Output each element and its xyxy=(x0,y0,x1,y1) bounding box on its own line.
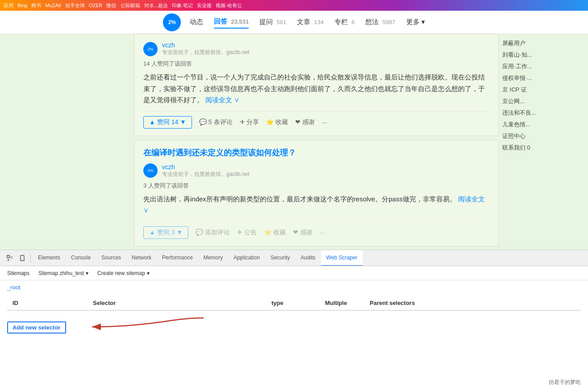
browser-bookmarks-bar: 应用 Bing 商书 MuZAlt 知乎全球 OZER 微信 公际邮箱 对水..… xyxy=(0,0,588,11)
answer-text-2: 先出语法树，再index所有声明的新类型的位置，最后才来做这个名字的resolv… xyxy=(143,193,489,216)
username-1[interactable]: vczh xyxy=(162,42,249,49)
read-more-1[interactable]: 阅读全文 ∨ xyxy=(204,96,239,104)
scraper-sub-bar: Sitemaps Sitemap zhihu_test ▾ Create new… xyxy=(0,266,588,280)
tab-security[interactable]: Security xyxy=(265,250,295,266)
avatar-2: 2% xyxy=(143,163,158,178)
tab-web-scraper[interactable]: Web Scraper xyxy=(321,250,363,266)
arrow-annotation xyxy=(83,313,208,336)
user-detail-1: vczh 专业造轮子，拉黑抢前排。gaclib.net xyxy=(162,42,249,56)
thanks-btn-1[interactable]: ❤ 感谢 xyxy=(295,118,315,126)
upvote-btn-1[interactable]: ▲ 赞同 14 ▼ xyxy=(143,116,192,129)
tab-audits[interactable]: Audits xyxy=(295,250,321,266)
thanks-btn-2[interactable]: ❤ 感谢 xyxy=(293,229,313,237)
comment-btn-2[interactable]: 💬 添加评论 xyxy=(196,229,230,237)
nav-item-xiangfa[interactable]: 想法 5987 xyxy=(365,16,395,28)
scraper-content: _root ID Selector type Multiple Parent s… xyxy=(0,280,588,388)
praise-count-2: 3 人赞同了该回答 xyxy=(143,182,489,190)
main-feed: 2% vczh 专业造轮子，拉黑抢前排。gaclib.net 14 人赞同了该回… xyxy=(134,34,499,259)
col-header-id: ID xyxy=(7,296,88,310)
devtools-tabs: Elements Console Sources Network Perform… xyxy=(0,250,588,266)
praise-count-1: 14 人赞同了该回答 xyxy=(143,60,489,68)
nav-item-tiwen[interactable]: 提问 561 xyxy=(259,16,286,28)
scraper-tab-sitemaps[interactable]: Sitemaps xyxy=(4,267,33,280)
scraper-dropdown-sitemap[interactable]: Sitemap zhihu_test ▾ xyxy=(35,267,92,280)
col-header-multiple: Multiple xyxy=(320,296,364,310)
add-selector-container: Add new selector xyxy=(7,318,581,334)
tab-performance[interactable]: Performance xyxy=(157,250,198,266)
dropdown-arrow-1: ▾ xyxy=(86,270,88,276)
more-btn-2[interactable]: ··· xyxy=(320,229,325,236)
mobile-icon[interactable] xyxy=(16,252,29,264)
selector-table: ID Selector type Multiple Parent selecto… xyxy=(7,296,581,311)
vote-bar-2: ▲ 赞同 3 ▼ 💬 添加评论 ✈ 公告 ⭐ 收藏 ❤ 感谢 ··· xyxy=(143,221,489,239)
bookmarks-text: 应用 Bing 商书 MuZAlt 知乎全球 OZER 微信 公际邮箱 对水..… xyxy=(4,2,242,9)
nav-item-dongtai[interactable]: 动态 xyxy=(190,16,203,28)
tab-elements[interactable]: Elements xyxy=(33,250,66,266)
sidebar-link-child[interactable]: 儿童色情... xyxy=(502,119,584,130)
sidebar-link-illegal[interactable]: 违法和不良... xyxy=(502,107,584,119)
devtools-panel: Elements Console Sources Network Perform… xyxy=(0,250,588,388)
more-btn-1[interactable]: ··· xyxy=(322,119,327,126)
avatar-1: 2% xyxy=(143,42,158,56)
inspector-icon[interactable] xyxy=(4,252,16,264)
user-detail-2: vczh 专业造轮子，拉黑抢前排。gaclib.net xyxy=(162,163,249,178)
sidebar-link-jingwang[interactable]: 京公网... xyxy=(502,96,584,107)
table-header-row: ID Selector type Multiple Parent selecto… xyxy=(7,296,581,310)
username-2[interactable]: vczh xyxy=(162,163,249,171)
tab-memory[interactable]: Memory xyxy=(198,250,228,266)
nav-items: 动态 回答 23,531 提问 561 文章 134 专栏 6 想法 5987 … xyxy=(190,16,425,29)
user-info-2: 2% vczh 专业造轮子，拉黑抢前排。gaclib.net xyxy=(143,163,489,178)
dropdown-arrow-2: ▾ xyxy=(147,270,150,276)
share-btn-2[interactable]: ✈ 公告 xyxy=(237,229,257,237)
nav-item-zhuanlan[interactable]: 专栏 6 xyxy=(334,16,354,28)
question-title-2[interactable]: 在编译时遇到还未定义的类型该如何处理？ xyxy=(143,147,489,158)
user-avatar: 2% xyxy=(163,13,181,31)
answer-card-1: 2% vczh 专业造轮子，拉黑抢前排。gaclib.net 14 人赞同了该回… xyxy=(134,34,499,136)
tab-network[interactable]: Network xyxy=(126,250,157,266)
tab-separator xyxy=(30,254,31,263)
nav-item-gengduo[interactable]: 更多 ▾ xyxy=(406,16,425,28)
sidebar-link-liukansen[interactable]: 刘看山·知... xyxy=(502,49,584,61)
comment-btn-1[interactable]: 💬 5 条评论 xyxy=(199,118,233,126)
root-link[interactable]: _root xyxy=(7,284,581,291)
vote-bar-1: ▲ 赞同 14 ▼ 💬 5 条评论 ✈ 分享 ⭐ 收藏 ❤ 感谢 ··· xyxy=(143,111,489,129)
share-btn-1[interactable]: ✈ 分享 xyxy=(240,118,259,126)
answer-text-1: 之前还看过一个节目，说一个人为了完成自己的社会实验，给民众散发误导信息，最后让他… xyxy=(143,71,489,106)
col-header-parent: Parent selectors xyxy=(364,296,581,310)
nav-item-huida[interactable]: 回答 23,531 xyxy=(214,16,249,29)
collect-btn-2[interactable]: ⭐ 收藏 xyxy=(264,229,286,237)
scraper-dropdown-create[interactable]: Create new sitemap ▾ xyxy=(94,267,153,280)
sidebar-link-infringement[interactable]: 侵权举报·... xyxy=(502,72,584,84)
add-new-selector-button[interactable]: Add new selector xyxy=(7,321,66,334)
nav-item-wenzhang[interactable]: 文章 134 xyxy=(297,16,324,28)
answer-card-2: 在编译时遇到还未定义的类型该如何处理？ 2% vczh 专业造轮子，拉黑抢前排。… xyxy=(134,140,499,246)
sidebar-link-license[interactable]: 证照中心 xyxy=(502,130,584,142)
sidebar-right: 屏蔽用户 刘看山·知... 应用·工作... 侵权举报·... 京 ICP 证 … xyxy=(499,34,588,259)
sidebar-link-app[interactable]: 应用·工作... xyxy=(502,61,584,72)
read-more-2[interactable]: 阅读全文 ∨ xyxy=(143,195,485,214)
svg-point-2 xyxy=(22,259,23,260)
sidebar-link-block[interactable]: 屏蔽用户 xyxy=(502,38,584,49)
user-info-1: 2% vczh 专业造轮子，拉黑抢前排。gaclib.net xyxy=(143,42,489,56)
col-header-type: type xyxy=(266,296,320,310)
tab-console[interactable]: Console xyxy=(66,250,96,266)
user-tag-1: 专业造轮子，拉黑抢前排。gaclib.net xyxy=(162,49,249,56)
col-header-selector: Selector xyxy=(88,296,266,310)
content-area: 2% vczh 专业造轮子，拉黑抢前排。gaclib.net 14 人赞同了该回… xyxy=(0,34,588,259)
user-tag-2: 专业造轮子，拉黑抢前排。gaclib.net xyxy=(162,171,249,178)
sidebar-link-contact[interactable]: 联系我们 0 xyxy=(502,142,584,154)
tab-sources[interactable]: Sources xyxy=(96,250,126,266)
zhihu-page: 2% 动态 回答 23,531 提问 561 文章 134 专栏 6 想法 59… xyxy=(0,11,588,259)
watermark: 仿君子的萝吃 xyxy=(549,379,581,386)
tab-application[interactable]: Application xyxy=(228,250,265,266)
zhihu-nav: 2% 动态 回答 23,531 提问 561 文章 134 专栏 6 想法 59… xyxy=(0,11,588,34)
upvote-btn-2[interactable]: ▲ 赞同 3 ▼ xyxy=(143,226,188,239)
collect-btn-1[interactable]: ⭐ 收藏 xyxy=(266,118,288,126)
sidebar-link-icp[interactable]: 京 ICP 证 xyxy=(502,84,584,96)
svg-rect-0 xyxy=(7,255,9,258)
